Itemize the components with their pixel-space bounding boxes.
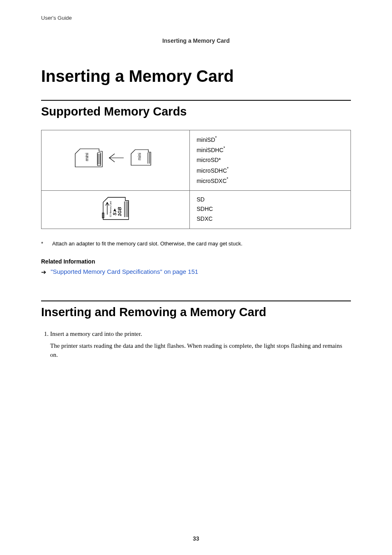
section-rule: [41, 100, 351, 101]
footnote: * Attach an adapter to fit the memory ca…: [41, 240, 351, 248]
svg-text:S➤: S➤: [112, 208, 117, 215]
related-link[interactable]: "Supported Memory Card Specifications" o…: [51, 268, 198, 275]
card-type: miniSDHC: [196, 147, 223, 153]
card-list-adapter: miniSD* miniSDHC* microSD* microSDHC* mi…: [190, 130, 351, 191]
footnote-text: Attach an adapter to fit the memory card…: [52, 240, 242, 247]
card-type: SD: [196, 196, 204, 203]
section-supported-cards: Supported Memory Cards: [41, 105, 351, 118]
svg-text:SD Memory Card: SD Memory Card: [109, 201, 112, 217]
card-type: SDHC: [196, 206, 213, 212]
related-info-link-row: ➔ "Supported Memory Card Specifications"…: [41, 268, 351, 276]
steps-list: Insert a memory card into the printer. T…: [41, 331, 351, 360]
table-row: S➤ 1GB SD Memory Card SD SDHC SDXC: [42, 190, 351, 229]
section-rule: [41, 301, 351, 301]
svg-text:mini: mini: [137, 153, 142, 160]
doc-header-center: Inserting a Memory Card: [41, 37, 351, 44]
card-type: microSDHC: [196, 167, 227, 173]
doc-header-left: User's Guide: [41, 15, 351, 21]
svg-text:mini: mini: [84, 153, 89, 161]
page-title: Inserting a Memory Card: [41, 67, 351, 85]
section-insert-remove: Inserting and Removing a Memory Card: [41, 305, 351, 319]
card-illustration-sd: S➤ 1GB SD Memory Card: [42, 190, 190, 229]
memory-card-table: mini mini miniSD* mi: [41, 130, 351, 229]
card-type: miniSD: [196, 136, 215, 143]
card-list-sd: SD SDHC SDXC: [190, 190, 351, 229]
step-lead: Insert a memory card into the printer.: [50, 331, 142, 337]
adapter-card-icon: mini mini: [70, 146, 161, 175]
page-number: 33: [0, 535, 392, 542]
step-body: The printer starts reading the data and …: [50, 342, 351, 360]
footnote-star: *: [41, 240, 51, 248]
table-row: mini mini miniSD* mi: [42, 130, 351, 191]
card-illustration-adapter: mini mini: [42, 130, 190, 191]
card-type: SDXC: [196, 215, 212, 222]
arrow-bullet-icon: ➔: [41, 268, 46, 276]
svg-text:1GB: 1GB: [117, 207, 122, 216]
svg-rect-0: [97, 153, 101, 166]
card-type: microSDXC: [196, 178, 226, 184]
card-type: microSD*: [196, 157, 221, 163]
related-info-heading: Related Information: [41, 258, 351, 265]
sd-card-icon: S➤ 1GB SD Memory Card: [87, 195, 144, 224]
step-item: Insert a memory card into the printer. T…: [50, 331, 351, 360]
